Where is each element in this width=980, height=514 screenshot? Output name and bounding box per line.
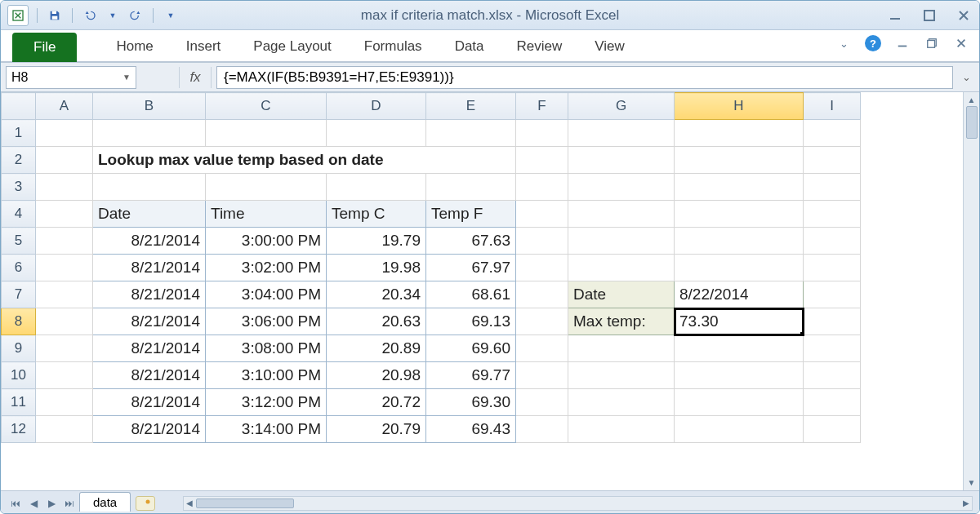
table-cell[interactable]: 8/21/2014: [93, 362, 206, 389]
cell[interactable]: [36, 281, 93, 308]
scroll-up-icon[interactable]: ▲: [968, 95, 976, 104]
table-cell[interactable]: 20.72: [327, 389, 426, 416]
row-header[interactable]: 11: [2, 389, 36, 416]
vertical-scrollbar[interactable]: ▲ ▼: [963, 92, 979, 490]
sheet-nav-next-icon[interactable]: ▶: [43, 495, 60, 512]
new-sheet-icon[interactable]: [136, 496, 155, 511]
cell[interactable]: [568, 174, 675, 201]
cell[interactable]: [36, 174, 93, 201]
cell[interactable]: [675, 147, 804, 174]
cell[interactable]: [675, 174, 804, 201]
table-cell[interactable]: 8/21/2014: [93, 308, 206, 335]
table-cell[interactable]: 69.77: [426, 362, 516, 389]
table-cell[interactable]: 19.98: [327, 255, 426, 281]
horizontal-scrollbar[interactable]: ◀ ▶: [183, 496, 973, 511]
col-header-i[interactable]: I: [804, 93, 861, 120]
sheet-nav-last-icon[interactable]: ⏭: [61, 495, 78, 512]
tab-view[interactable]: View: [578, 32, 641, 61]
close-icon[interactable]: [956, 8, 971, 23]
cell[interactable]: [516, 416, 568, 443]
fx-label[interactable]: fx: [179, 67, 212, 88]
table-cell[interactable]: 69.30: [426, 389, 516, 416]
row-header[interactable]: 6: [2, 255, 36, 281]
cell[interactable]: [804, 147, 861, 174]
col-header-f[interactable]: F: [516, 93, 568, 120]
cell[interactable]: [206, 120, 327, 147]
cell[interactable]: [36, 308, 93, 335]
table-cell[interactable]: 3:06:00 PM: [206, 308, 327, 335]
cell[interactable]: [426, 174, 516, 201]
side-date-value[interactable]: 8/22/2014: [675, 281, 804, 308]
col-header-g[interactable]: G: [568, 93, 675, 120]
cell[interactable]: [516, 174, 568, 201]
cell[interactable]: [675, 201, 804, 228]
table-cell[interactable]: 3:04:00 PM: [206, 281, 327, 308]
ribbon-minimize-icon[interactable]: ⌄: [835, 35, 852, 51]
maximize-icon[interactable]: [922, 8, 937, 23]
cell[interactable]: [36, 228, 93, 255]
cell[interactable]: [327, 174, 426, 201]
table-cell[interactable]: 69.60: [426, 335, 516, 362]
table-cell[interactable]: 20.89: [327, 335, 426, 362]
cell[interactable]: [804, 389, 861, 416]
cell[interactable]: [804, 255, 861, 281]
scroll-down-icon[interactable]: ▼: [968, 478, 976, 487]
cell[interactable]: [568, 201, 675, 228]
cell[interactable]: [568, 389, 675, 416]
cell[interactable]: [36, 255, 93, 281]
excel-logo-icon[interactable]: [7, 5, 29, 26]
cell[interactable]: [675, 120, 804, 147]
table-cell[interactable]: 8/21/2014: [93, 335, 206, 362]
cell[interactable]: [804, 416, 861, 443]
cell[interactable]: [568, 120, 675, 147]
table-header-time[interactable]: Time: [206, 201, 327, 228]
cell[interactable]: [568, 255, 675, 281]
cell[interactable]: [804, 335, 861, 362]
cell[interactable]: [516, 308, 568, 335]
tab-formulas[interactable]: Formulas: [348, 32, 439, 61]
cell[interactable]: [675, 362, 804, 389]
cell[interactable]: [568, 147, 675, 174]
table-cell[interactable]: 67.97: [426, 255, 516, 281]
col-header-c[interactable]: C: [206, 93, 327, 120]
table-cell[interactable]: 20.34: [327, 281, 426, 308]
cell[interactable]: [36, 201, 93, 228]
cell[interactable]: [804, 201, 861, 228]
cell[interactable]: [516, 120, 568, 147]
col-header-b[interactable]: B: [93, 93, 206, 120]
tab-home[interactable]: Home: [100, 32, 169, 61]
formula-bar-expand-icon[interactable]: ⌄: [958, 71, 974, 83]
cell[interactable]: [36, 416, 93, 443]
cell[interactable]: [568, 228, 675, 255]
undo-dropdown-icon[interactable]: ▼: [104, 7, 122, 24]
tab-file[interactable]: File: [12, 33, 77, 62]
table-header-tempc[interactable]: Temp C: [327, 201, 426, 228]
col-header-d[interactable]: D: [327, 93, 426, 120]
cell[interactable]: [804, 362, 861, 389]
row-header[interactable]: 2: [2, 147, 36, 174]
minimize-icon[interactable]: [888, 8, 902, 23]
table-cell[interactable]: 68.61: [426, 281, 516, 308]
row-header[interactable]: 9: [2, 335, 36, 362]
tab-insert[interactable]: Insert: [170, 32, 238, 61]
table-cell[interactable]: 3:02:00 PM: [206, 255, 327, 281]
cell[interactable]: [804, 281, 861, 308]
cell[interactable]: [516, 255, 568, 281]
row-header[interactable]: 1: [2, 120, 36, 147]
side-date-label[interactable]: Date: [568, 281, 675, 308]
qa-customize-icon[interactable]: ▼: [162, 7, 180, 24]
formula-bar[interactable]: {=MAX(IF(B5:B9391=H7,E5:E9391))}: [216, 66, 953, 89]
undo-icon[interactable]: [81, 7, 99, 24]
table-cell[interactable]: 3:12:00 PM: [206, 389, 327, 416]
cell[interactable]: [36, 147, 93, 174]
sheet-tab-data[interactable]: data: [79, 492, 131, 512]
cell[interactable]: [804, 308, 861, 335]
row-header[interactable]: 10: [2, 362, 36, 389]
cell[interactable]: [36, 362, 93, 389]
row-header[interactable]: 4: [2, 201, 36, 228]
table-cell[interactable]: 3:14:00 PM: [206, 416, 327, 443]
table-cell[interactable]: 20.63: [327, 308, 426, 335]
cell[interactable]: [804, 174, 861, 201]
table-cell[interactable]: 8/21/2014: [93, 416, 206, 443]
row-header[interactable]: 5: [2, 228, 36, 255]
